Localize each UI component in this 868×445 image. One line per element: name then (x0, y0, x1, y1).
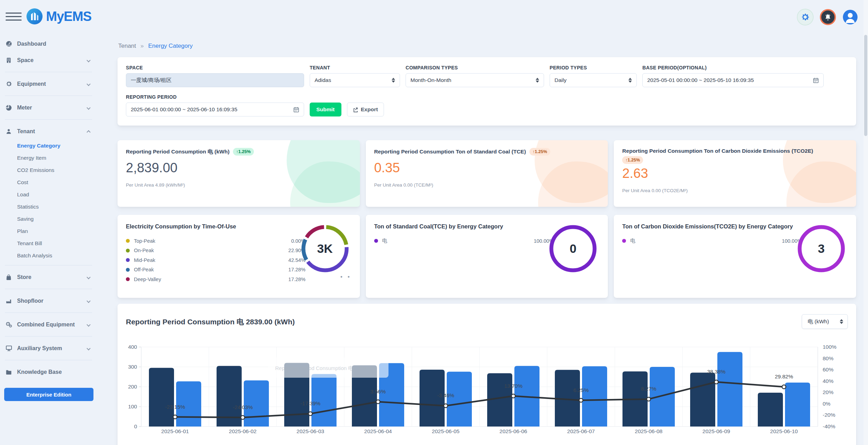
breadcrumb-energy-category[interactable]: Energy Category (148, 43, 193, 49)
consumption-chart-card: Reporting Period Consumption 电 2839.00 (… (118, 304, 856, 445)
main-content: Tenant » Energy Category SPACE 一度城/商场/租区… (118, 32, 856, 445)
sidebar-label: Shopfloor (17, 298, 87, 304)
legend-dot-icon (126, 277, 130, 281)
comparison-value: Month-On-Month (410, 77, 532, 83)
kpi-card-electricity: Reporting Period Consumption 电 (kWh) ↑1.… (118, 140, 360, 207)
breadcrumb-separator: » (141, 43, 144, 49)
enterprise-edition-button[interactable]: Enterprise Edition (4, 388, 93, 401)
sidebar-item-dashboard[interactable]: Dashboard (0, 36, 97, 52)
person-icon (843, 10, 858, 24)
svg-text:-40%: -40% (823, 423, 835, 429)
kpi-cards-row: Reporting Period Consumption 电 (kWh) ↑1.… (118, 140, 856, 207)
sidebar-item-meter[interactable]: Meter (0, 99, 97, 116)
sidebar-divider (5, 312, 92, 313)
chart-title: Reporting Period Consumption 电 2839.00 (… (126, 317, 848, 327)
legend-dot-icon (126, 258, 130, 262)
pie-icon (5, 105, 13, 111)
sidebar-item-statistics[interactable]: Statistics (0, 201, 97, 213)
sidebar-label: Meter (17, 105, 87, 111)
breadcrumb-tenant[interactable]: Tenant (118, 43, 136, 49)
sidebar-item-shopfloor[interactable]: Shopfloor (0, 293, 97, 309)
base-period-input[interactable]: 2025-05-01 00:00:00 ~ 2025-05-10 16:09:3… (642, 73, 824, 87)
unit-selector-value: 电 (kWh) (808, 318, 836, 325)
donut-center-value: 0 (545, 221, 601, 277)
sidebar-item-tenant-bill[interactable]: Tenant Bill (0, 237, 97, 249)
sidebar-item-auxiliary-system[interactable]: Auxiliary System (0, 340, 97, 356)
comparison-types-select[interactable]: Month-On-Month (406, 73, 544, 87)
svg-text:Reporting Period Consumption 电: Reporting Period Consumption 电 - 308.00 (275, 365, 374, 371)
folder-icon (5, 369, 13, 375)
sidebar-label: Space (17, 57, 87, 63)
chevron-down-icon (86, 323, 90, 326)
sidebar-nav: Dashboard Space Equipment Meter Tenant E… (0, 32, 97, 445)
svg-text:200: 200 (128, 384, 137, 390)
bag-icon (5, 274, 13, 280)
reporting-period-input[interactable]: 2025-06-01 00:00:00 ~ 2025-06-10 16:09:3… (126, 103, 304, 116)
brand-title: MyEMS (46, 9, 91, 24)
svg-text:8.27%: 8.27% (641, 386, 656, 392)
legend-item: Mid-Peak42.54% (126, 255, 305, 265)
donut-card-tce: Ton of Standard Coal(TCE) by Energy Cate… (366, 215, 608, 298)
monitor-icon (5, 345, 13, 352)
submit-button[interactable]: Submit (310, 103, 341, 116)
menu-toggle-icon[interactable] (6, 13, 22, 22)
space-input[interactable]: 一度城/商场/租区 (126, 73, 304, 87)
donut-legend: Top-Peak0.00% On-Peak22.90% Mid-Peak42.5… (126, 236, 305, 284)
sidebar-sub-label: Energy Category (17, 143, 60, 149)
sidebar-divider (5, 96, 92, 96)
sidebar-label: Store (17, 274, 87, 280)
sidebar-item-plan[interactable]: Plan (0, 225, 97, 237)
chevron-down-icon (86, 346, 90, 350)
user-avatar[interactable] (843, 10, 858, 24)
period-types-label: PERIOD TYPES (550, 65, 637, 70)
sidebar-sub-label: Saving (17, 216, 33, 222)
svg-text:-17.39%: -17.39% (300, 400, 320, 406)
legend-item: Top-Peak0.00% (126, 236, 305, 246)
sidebar-item-energy-item[interactable]: Energy Item (0, 152, 97, 164)
settings-button[interactable] (798, 9, 813, 25)
kpi-title: Reporting Period Consumption 电 (kWh) (126, 148, 229, 156)
sidebar-item-cost[interactable]: Cost (0, 176, 97, 188)
donut-card-tco2e: Ton of Carbon Dioxide Emissions(TCO2E) b… (614, 215, 856, 298)
period-types-select[interactable]: Daily (550, 73, 637, 87)
notifications-button[interactable] (820, 9, 836, 25)
bell-icon (824, 13, 832, 21)
kpi-value: 0.35 (374, 160, 600, 175)
sidebar-item-energy-category[interactable]: Energy Category (0, 139, 97, 152)
svg-text:-23.15%: -23.15% (165, 404, 185, 410)
sidebar-sub-label: Cost (17, 179, 28, 186)
kpi-per-unit-area: Per Unit Area 0.00 (TCO2E/M²) (622, 188, 848, 193)
sidebar-item-co2-emissions[interactable]: CO2 Emissions (0, 164, 97, 176)
donut-center-value: 3K (297, 221, 353, 277)
svg-text:-24.03%: -24.03% (233, 404, 253, 410)
sidebar-divider (5, 119, 92, 120)
export-button[interactable]: Export (347, 103, 384, 116)
sidebar-item-space[interactable]: Space (0, 52, 97, 68)
svg-text:100: 100 (128, 403, 137, 409)
tenant-select[interactable]: Adidas (310, 73, 400, 87)
svg-text:2025-06-01: 2025-06-01 (161, 428, 189, 434)
sidebar-item-tenant[interactable]: Tenant (0, 123, 97, 139)
sidebar-item-knowledge-base[interactable]: Knowledge Base (0, 364, 97, 380)
svg-text:-20%: -20% (823, 412, 835, 418)
chevron-down-icon (86, 299, 90, 303)
sidebar-item-batch-analysis[interactable]: Batch Analysis (0, 249, 97, 262)
kpi-trend-badge: ↑1.25% (622, 156, 643, 164)
sidebar-item-load[interactable]: Load (0, 188, 97, 201)
scrollbar-thumb[interactable] (864, 35, 867, 136)
sidebar-item-store[interactable]: Store (0, 269, 97, 285)
pager-dots[interactable]: • • (340, 273, 352, 280)
kpi-per-unit-area: Per Unit Area 4.89 (kWh/M²) (126, 182, 352, 188)
donut-legend: 电100.00% (622, 236, 802, 246)
sidebar-item-saving[interactable]: Saving (0, 213, 97, 225)
sidebar-item-equipment[interactable]: Equipment (0, 76, 97, 92)
chevron-down-icon (86, 106, 90, 110)
svg-text:0: 0 (134, 423, 137, 429)
sidebar-sub-label: Tenant Bill (17, 240, 42, 247)
donut-center-value: 3 (793, 221, 849, 277)
sidebar-label: Knowledge Base (17, 369, 91, 375)
unit-selector[interactable]: 电 (kWh) (802, 314, 848, 329)
page-scrollbar (863, 0, 868, 445)
sidebar-item-combined-equipment[interactable]: Combined Equipment (0, 316, 97, 333)
brand-logo[interactable]: MyEMS (27, 8, 91, 24)
